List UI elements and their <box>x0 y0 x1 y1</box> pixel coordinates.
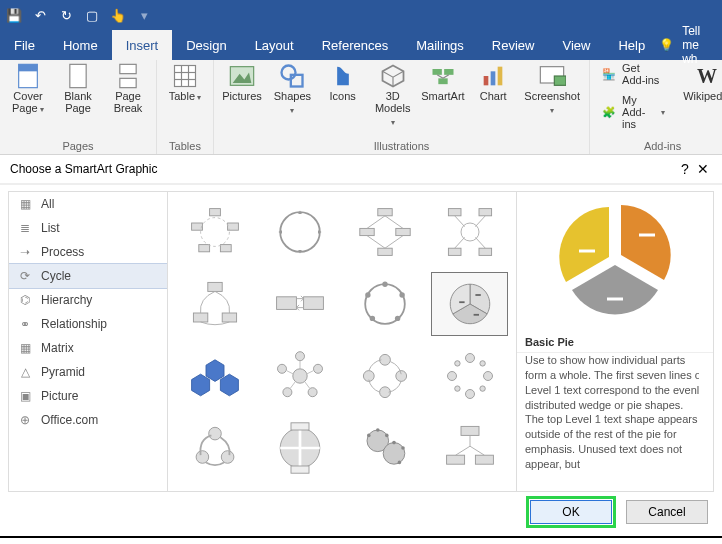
group-label-addins: Add-ins <box>598 138 722 152</box>
gallery-thumb[interactable] <box>176 272 253 336</box>
gallery-thumb[interactable] <box>261 416 338 480</box>
gallery-thumb[interactable] <box>176 200 253 264</box>
gallery-thumb[interactable] <box>431 344 508 408</box>
scrollbar[interactable]: ▴▾ <box>699 353 713 478</box>
wikipedia-button[interactable]: WWikipedia <box>687 64 722 102</box>
table-button[interactable]: Table <box>165 64 205 103</box>
svg-point-31 <box>200 218 229 247</box>
list-icon: ≣ <box>17 220 33 236</box>
cat-pyramid[interactable]: △Pyramid <box>9 360 167 384</box>
undo-icon[interactable]: ↶ <box>32 8 48 23</box>
svg-line-50 <box>475 216 485 227</box>
ok-button[interactable]: OK <box>530 500 612 524</box>
gallery-thumb[interactable] <box>346 416 423 480</box>
gallery-thumb[interactable] <box>346 200 423 264</box>
cat-picture[interactable]: ▣Picture <box>9 384 167 408</box>
category-list: ▦All ≣List ➝Process ⟳Cycle ⌬Hierarchy ⚭R… <box>8 191 168 492</box>
tab-view[interactable]: View <box>548 30 604 60</box>
svg-rect-45 <box>479 209 492 216</box>
tab-file[interactable]: File <box>0 30 49 60</box>
svg-point-59 <box>382 282 387 287</box>
svg-rect-2 <box>70 64 86 87</box>
icons-button[interactable]: Icons <box>323 64 363 102</box>
gallery-thumb[interactable] <box>431 416 508 480</box>
gallery-thumb[interactable] <box>176 488 253 492</box>
cancel-button[interactable]: Cancel <box>626 500 708 524</box>
tab-layout[interactable]: Layout <box>241 30 308 60</box>
cat-hierarchy[interactable]: ⌬Hierarchy <box>9 288 167 312</box>
gallery-thumb-selected[interactable] <box>431 272 508 336</box>
svg-rect-53 <box>207 282 221 291</box>
tab-help[interactable]: Help <box>604 30 659 60</box>
cat-office[interactable]: ⊕Office.com <box>9 408 167 432</box>
close-button[interactable]: ✕ <box>694 161 712 177</box>
ribbon-tabs: File Home Insert Design Layout Reference… <box>0 30 722 60</box>
cycle-icon: ⟳ <box>17 268 33 284</box>
cat-matrix[interactable]: ▦Matrix <box>9 336 167 360</box>
qat-customize-icon[interactable]: ▾ <box>136 8 152 23</box>
blank-page-button[interactable]: BlankPage <box>58 64 98 114</box>
tab-references[interactable]: References <box>308 30 402 60</box>
svg-rect-21 <box>484 76 489 85</box>
svg-rect-22 <box>491 71 496 85</box>
svg-point-70 <box>292 369 306 383</box>
svg-point-82 <box>395 371 406 382</box>
tab-home[interactable]: Home <box>49 30 112 60</box>
svg-line-79 <box>290 381 295 388</box>
svg-point-108 <box>397 461 401 465</box>
chart-button[interactable]: Chart <box>473 64 513 102</box>
tab-mailings[interactable]: Mailings <box>402 30 478 60</box>
cat-relationship[interactable]: ⚭Relationship <box>9 312 167 336</box>
my-addins-button[interactable]: 🧩My Add-ins ▾ <box>598 92 669 132</box>
svg-point-105 <box>367 434 371 438</box>
cat-cycle[interactable]: ⟳Cycle <box>8 263 168 289</box>
save-icon[interactable]: 💾 <box>6 8 22 23</box>
touch-mode-icon[interactable]: 👆 <box>110 8 126 23</box>
shapes-button[interactable]: Shapes <box>272 64 313 116</box>
smartart-button[interactable]: SmartArt <box>423 64 464 102</box>
get-addins-button[interactable]: 🏪Get Add-ins <box>598 60 669 88</box>
tab-review[interactable]: Review <box>478 30 549 60</box>
svg-rect-18 <box>438 78 447 84</box>
smartart-dialog: Choose a SmartArt Graphic ? ✕ ▦All ≣List… <box>0 155 722 534</box>
pictures-button[interactable]: Pictures <box>222 64 262 102</box>
svg-rect-99 <box>291 423 309 430</box>
gallery-thumb[interactable] <box>176 344 253 408</box>
group-addins: 🏪Get Add-ins 🧩My Add-ins ▾ WWikipedia Ad… <box>590 60 722 154</box>
office-icon: ⊕ <box>17 412 33 428</box>
svg-rect-39 <box>359 228 373 235</box>
dialog-title: Choose a SmartArt Graphic <box>10 162 157 176</box>
gallery-thumb[interactable] <box>261 344 338 408</box>
new-doc-icon[interactable]: ▢ <box>84 8 100 23</box>
gallery-thumb[interactable] <box>261 200 338 264</box>
cover-page-button[interactable]: CoverPage <box>8 64 48 115</box>
3d-models-button[interactable]: 3DModels <box>373 64 413 128</box>
svg-line-43 <box>367 216 385 229</box>
svg-line-77 <box>306 371 313 375</box>
cat-process[interactable]: ➝Process <box>9 240 167 264</box>
page-break-button[interactable]: PageBreak <box>108 64 148 114</box>
svg-rect-17 <box>444 69 453 75</box>
gallery-thumb[interactable] <box>261 272 338 336</box>
svg-point-106 <box>392 441 396 445</box>
gallery-thumb[interactable] <box>346 272 423 336</box>
gallery-thumb[interactable] <box>346 344 423 408</box>
svg-line-42 <box>367 236 385 249</box>
gallery-thumb[interactable] <box>431 200 508 264</box>
gallery-thumb[interactable] <box>176 416 253 480</box>
group-label-pages: Pages <box>8 138 148 152</box>
svg-rect-36 <box>377 209 391 216</box>
tab-design[interactable]: Design <box>172 30 240 60</box>
tab-insert[interactable]: Insert <box>112 30 173 60</box>
cat-list[interactable]: ≣List <box>9 216 167 240</box>
svg-line-114 <box>470 446 484 455</box>
help-button[interactable]: ? <box>676 161 694 177</box>
lightbulb-icon: 💡 <box>659 38 674 52</box>
redo-icon[interactable]: ↻ <box>58 8 74 23</box>
cat-all[interactable]: ▦All <box>9 192 167 216</box>
screenshot-button[interactable]: Screenshot <box>523 64 581 116</box>
svg-line-80 <box>286 371 293 375</box>
svg-marker-68 <box>191 374 209 396</box>
matrix-icon: ▦ <box>17 340 33 356</box>
svg-rect-16 <box>432 69 441 75</box>
